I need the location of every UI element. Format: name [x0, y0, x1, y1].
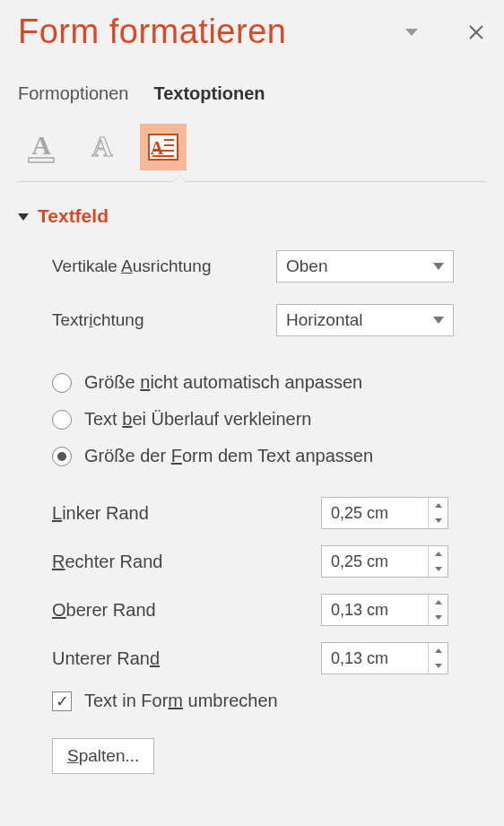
radio-no-autofit[interactable]: Größe nicht automatisch anpassen — [52, 372, 486, 393]
row-text-direction: Textrichtung Horizontal — [52, 304, 486, 336]
vertical-alignment-select[interactable]: Oben — [276, 250, 454, 283]
bottom-margin-label: Unterer Rand — [52, 648, 321, 669]
top-margin-value[interactable]: 0,13 cm — [322, 595, 428, 625]
text-direction-select[interactable]: Horizontal — [276, 304, 454, 336]
pane-title: Form formatieren — [18, 13, 402, 51]
text-direction-value: Horizontal — [286, 310, 363, 330]
radio-resize-shape-label: Größe der Form dem Text anpassen — [84, 446, 373, 466]
radio-icon — [52, 447, 72, 466]
columns-button[interactable]: Spalten... — [52, 738, 154, 774]
svg-text:A: A — [151, 138, 164, 158]
spinner-up-button[interactable] — [429, 595, 448, 610]
checkbox-wrap-text[interactable]: Text in Form umbrechen — [52, 691, 486, 711]
right-margin-label: Rechter Rand — [52, 552, 321, 572]
spinner-buttons — [428, 595, 448, 625]
radio-shrink-overflow[interactable]: Text bei Überlauf verkleinern — [52, 409, 486, 430]
vertical-alignment-value: Oben — [286, 256, 327, 276]
top-margin-label: Oberer Rand — [52, 600, 321, 621]
right-margin-value[interactable]: 0,25 cm — [322, 546, 428, 577]
right-margin-spinner[interactable]: 0,25 cm — [321, 545, 448, 578]
svg-marker-0 — [405, 29, 418, 36]
textbox-icon[interactable]: A — [140, 124, 187, 170]
spinner-up-button[interactable] — [429, 498, 448, 513]
chevron-down-icon — [433, 263, 444, 270]
disclosure-triangle-icon — [18, 213, 29, 221]
textbox-section: Textfeld Vertikale Ausrichtung Oben Text… — [18, 205, 486, 774]
tab-text-options[interactable]: Textoptionen — [153, 83, 265, 104]
row-left-margin: Linker Rand 0,25 cm — [52, 497, 486, 529]
spinner-buttons — [428, 546, 448, 577]
radio-no-autofit-label: Größe nicht automatisch anpassen — [84, 372, 362, 393]
wrap-text-label: Text in Form umbrechen — [84, 691, 278, 711]
radio-icon — [52, 410, 72, 430]
spinner-down-button[interactable] — [429, 610, 448, 625]
spinner-buttons — [428, 498, 448, 528]
text-option-icon-tabs: A A A — [18, 124, 486, 170]
section-body: Vertikale Ausrichtung Oben Textrichtung … — [18, 250, 486, 774]
spinner-up-button[interactable] — [429, 546, 448, 561]
format-shape-pane: Form formatieren Formoptionen Textoption… — [0, 0, 504, 774]
bottom-margin-value[interactable]: 0,13 cm — [322, 643, 428, 674]
spinner-up-button[interactable] — [429, 643, 448, 658]
section-header-textbox[interactable]: Textfeld — [18, 205, 486, 227]
text-fill-outline-icon[interactable]: A — [18, 124, 65, 170]
close-button[interactable] — [466, 22, 486, 42]
svg-rect-4 — [29, 158, 54, 162]
option-tabs: Formoptionen Textoptionen — [18, 83, 486, 104]
vertical-alignment-label: Vertikale Ausrichtung — [52, 256, 276, 276]
spinner-down-button[interactable] — [429, 513, 448, 528]
top-margin-spinner[interactable]: 0,13 cm — [321, 594, 448, 626]
separator — [18, 181, 486, 182]
text-direction-label: Textrichtung — [52, 310, 276, 330]
checkbox-icon — [52, 691, 72, 711]
left-margin-value[interactable]: 0,25 cm — [322, 498, 428, 528]
chevron-down-icon — [433, 317, 444, 324]
svg-text:A: A — [91, 130, 112, 162]
text-effects-icon[interactable]: A — [79, 124, 126, 170]
tab-shape-options[interactable]: Formoptionen — [18, 83, 128, 104]
row-vertical-alignment: Vertikale Ausrichtung Oben — [52, 250, 486, 283]
spinner-down-button[interactable] — [429, 561, 448, 577]
section-title: Textfeld — [38, 205, 109, 227]
left-margin-label: Linker Rand — [52, 503, 321, 524]
svg-text:A: A — [31, 130, 51, 160]
row-right-margin: Rechter Rand 0,25 cm — [52, 545, 486, 578]
bottom-margin-spinner[interactable]: 0,13 cm — [321, 642, 448, 674]
row-top-margin: Oberer Rand 0,13 cm — [52, 594, 486, 626]
spinner-down-button[interactable] — [429, 658, 448, 674]
radio-icon — [52, 373, 72, 393]
left-margin-spinner[interactable]: 0,25 cm — [321, 497, 448, 529]
radio-resize-shape[interactable]: Größe der Form dem Text anpassen — [52, 446, 486, 466]
pane-header: Form formatieren — [18, 0, 486, 57]
pane-menu-button[interactable] — [402, 22, 421, 42]
radio-shrink-overflow-label: Text bei Überlauf verkleinern — [84, 409, 311, 430]
spinner-buttons — [428, 643, 448, 674]
row-bottom-margin: Unterer Rand 0,13 cm — [52, 642, 486, 674]
